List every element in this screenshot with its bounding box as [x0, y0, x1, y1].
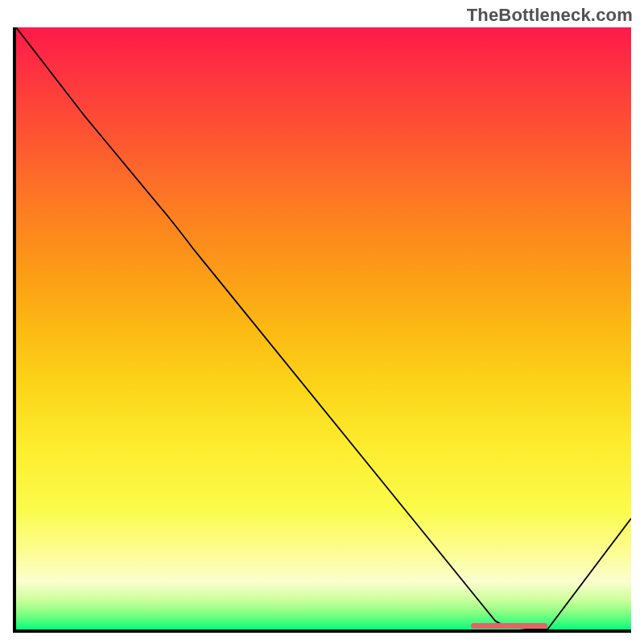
chart-svg [16, 27, 631, 630]
bottleneck-curve [16, 27, 631, 630]
y-axis [13, 27, 16, 633]
plot-area [13, 27, 631, 633]
x-axis [13, 630, 631, 633]
chart-frame: TheBottleneck.com [0, 0, 644, 644]
optimal-marker [471, 623, 547, 629]
watermark: TheBottleneck.com [467, 5, 633, 26]
